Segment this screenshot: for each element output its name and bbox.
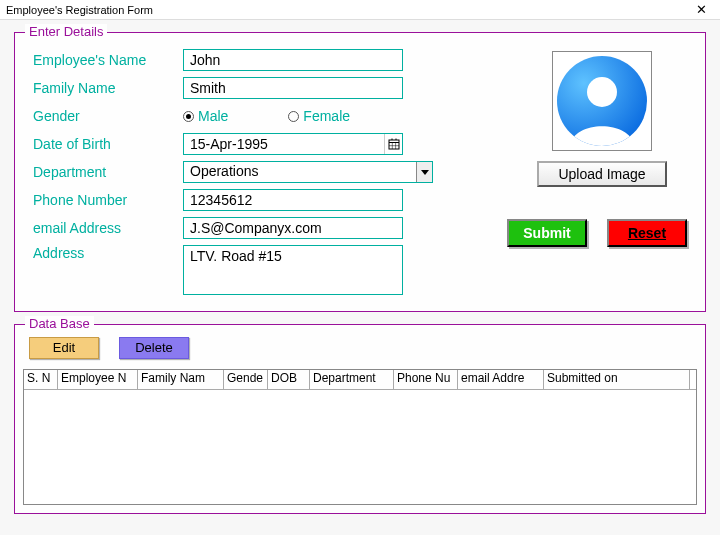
grid-header-row: S. NEmployee NFamily NamGendeDOBDepartme… — [24, 370, 696, 390]
employee-photo — [552, 51, 652, 151]
label-address: Address — [33, 245, 183, 261]
delete-button[interactable]: Delete — [119, 337, 189, 359]
enter-details-legend: Enter Details — [25, 24, 107, 39]
grid-column-header[interactable]: Family Nam — [138, 370, 224, 389]
upload-image-button[interactable]: Upload Image — [537, 161, 667, 187]
grid-column-header[interactable]: DOB — [268, 370, 310, 389]
gender-female-radio[interactable]: Female — [288, 108, 350, 124]
employee-grid[interactable]: S. NEmployee NFamily NamGendeDOBDepartme… — [23, 369, 697, 505]
label-employee-name: Employee's Name — [33, 52, 183, 68]
enter-details-group: Enter Details Employee's Name Family Nam… — [14, 32, 706, 312]
form-area: Employee's Name Family Name Gender Male … — [33, 49, 433, 301]
grid-column-header[interactable]: Phone Nu — [394, 370, 458, 389]
label-department: Department — [33, 164, 183, 180]
window-close-button[interactable]: ✕ — [686, 1, 716, 19]
database-legend: Data Base — [25, 316, 94, 331]
gender-female-label: Female — [303, 108, 350, 124]
family-name-input[interactable] — [183, 77, 403, 99]
database-group: Data Base Edit Delete S. NEmployee NFami… — [14, 324, 706, 514]
employee-name-input[interactable] — [183, 49, 403, 71]
grid-column-header[interactable]: S. N — [24, 370, 58, 389]
action-buttons: Submit Reset — [507, 219, 687, 247]
gender-radio-group: Male Female — [183, 108, 350, 124]
department-select[interactable]: Operations — [183, 161, 433, 183]
submit-button[interactable]: Submit — [507, 219, 587, 247]
department-value: Operations — [184, 162, 416, 182]
db-buttons: Edit Delete — [29, 337, 189, 359]
svg-rect-0 — [389, 140, 399, 149]
close-icon: ✕ — [696, 2, 707, 17]
grid-column-header[interactable]: Department — [310, 370, 394, 389]
grid-column-header[interactable]: email Addre — [458, 370, 544, 389]
edit-button[interactable]: Edit — [29, 337, 99, 359]
window-title: Employee's Registration Form — [6, 4, 153, 16]
svg-marker-7 — [421, 170, 429, 175]
dob-input-wrap[interactable] — [183, 133, 403, 155]
label-dob: Date of Birth — [33, 136, 183, 152]
address-input[interactable]: LTV. Road #15 — [183, 245, 403, 295]
dob-input[interactable] — [184, 134, 384, 154]
window-titlebar: Employee's Registration Form ✕ — [0, 0, 720, 20]
svg-point-10 — [587, 77, 617, 107]
label-email: email Address — [33, 220, 183, 236]
label-family-name: Family Name — [33, 80, 183, 96]
grid-column-header[interactable]: Gende — [224, 370, 268, 389]
grid-column-header[interactable]: Submitted on — [544, 370, 690, 389]
chevron-down-icon — [416, 162, 432, 182]
grid-column-header[interactable]: Employee N — [58, 370, 138, 389]
email-input[interactable] — [183, 217, 403, 239]
phone-input[interactable] — [183, 189, 403, 211]
label-gender: Gender — [33, 108, 183, 124]
radio-icon — [183, 111, 194, 122]
gender-male-label: Male — [198, 108, 228, 124]
gender-male-radio[interactable]: Male — [183, 108, 228, 124]
avatar-icon — [555, 54, 649, 148]
label-phone: Phone Number — [33, 192, 183, 208]
photo-area: Upload Image — [527, 51, 677, 187]
calendar-icon[interactable] — [384, 134, 402, 154]
address-value: LTV. Road #15 — [190, 248, 282, 264]
reset-button[interactable]: Reset — [607, 219, 687, 247]
radio-icon — [288, 111, 299, 122]
